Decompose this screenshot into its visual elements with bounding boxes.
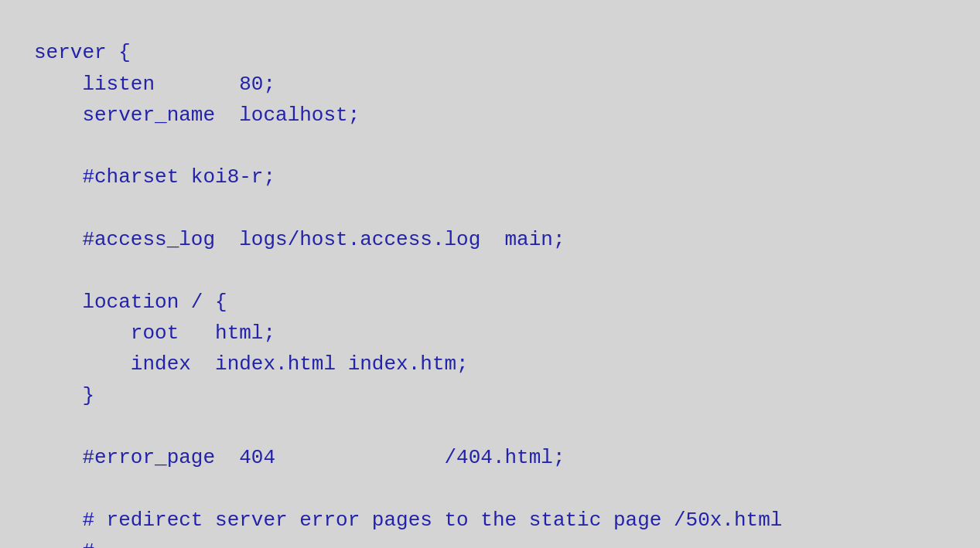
code-line: location / {: [34, 287, 980, 318]
code-line: server {: [34, 37, 980, 68]
code-line: #: [34, 536, 980, 548]
code-line: #error_page 404 /404.html;: [34, 442, 980, 473]
code-line: [34, 193, 980, 224]
code-line: #charset koi8-r;: [34, 162, 980, 192]
code-line: # redirect server error pages to the sta…: [34, 505, 980, 536]
code-line: server_name localhost;: [34, 100, 980, 131]
code-line: index index.html index.htm;: [34, 349, 980, 380]
code-line: [34, 255, 980, 286]
code-line: [34, 411, 980, 442]
code-line: root html;: [34, 318, 980, 349]
code-line: [34, 131, 980, 162]
code-line: listen 80;: [34, 69, 980, 100]
code-line: [34, 473, 980, 504]
code-editor: server { listen 80; server_name localhos…: [0, 0, 980, 548]
code-line: #access_log logs/host.access.log main;: [34, 224, 980, 255]
code-line: }: [34, 380, 980, 411]
